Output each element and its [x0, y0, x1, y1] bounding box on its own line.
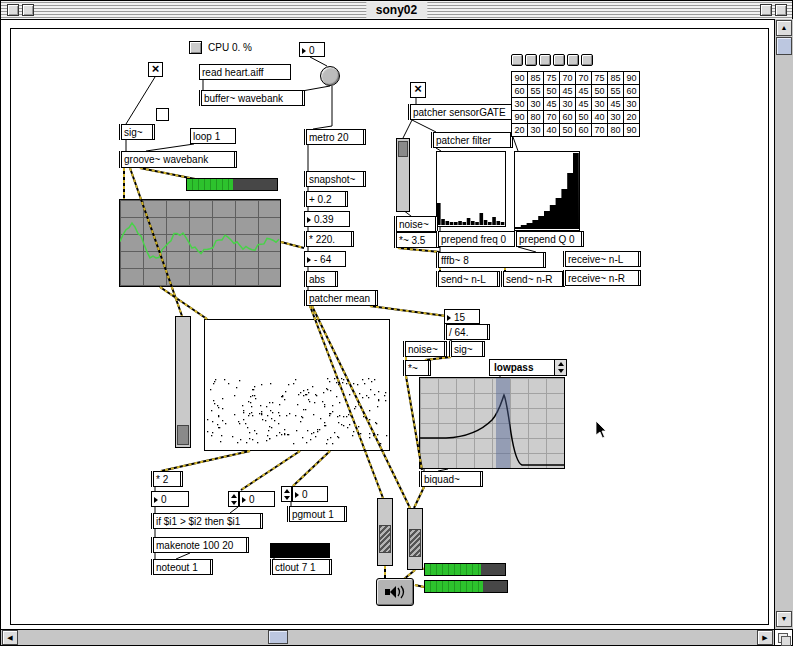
grid-cell[interactable]: 20 — [623, 111, 639, 123]
small-box[interactable] — [156, 108, 169, 121]
object-noise-center[interactable]: noise~ — [403, 341, 447, 357]
grid-cell[interactable]: 75 — [591, 72, 607, 84]
number-grid[interactable]: 9085757070758590605550454550556030304530… — [511, 71, 640, 137]
increment-icon[interactable] — [284, 489, 290, 493]
scroll-up-button[interactable]: ▲ — [776, 20, 792, 36]
decrement-icon[interactable] — [284, 496, 290, 500]
grid-cell[interactable]: 60 — [575, 124, 591, 136]
gain-slider-right-thumb[interactable] — [409, 529, 421, 557]
grid-cell[interactable]: 50 — [543, 85, 559, 97]
grid-cell[interactable]: 30 — [527, 98, 543, 110]
object-fffb[interactable]: fffb~ 8 — [436, 252, 546, 268]
object-receive-r[interactable]: receive~ n-R — [563, 270, 641, 286]
grid-cell[interactable]: 90 — [512, 72, 527, 84]
object-abs[interactable]: abs — [304, 271, 338, 287]
grid-cell[interactable]: 30 — [607, 111, 623, 123]
scroll-down-button[interactable]: ▼ — [776, 611, 792, 627]
object-mult220[interactable]: * 220. — [304, 231, 354, 247]
grid-cell[interactable]: 45 — [607, 98, 623, 110]
main-slider-thumb[interactable] — [177, 425, 189, 445]
object-noise-right[interactable]: noise~ — [394, 216, 438, 232]
titlebar-box[interactable] — [22, 4, 34, 16]
object-ifgate[interactable]: if $i1 > $i2 then $i1 — [151, 513, 263, 529]
preset-button[interactable] — [511, 54, 523, 66]
grid-cell[interactable]: 80 — [607, 124, 623, 136]
filter-band-highlight[interactable] — [496, 378, 510, 468]
numberbox-q[interactable]: 15 — [444, 309, 480, 324]
object-mult2[interactable]: * 2 — [151, 471, 183, 487]
grid-cell[interactable]: 70 — [543, 111, 559, 123]
grid-cell[interactable]: 45 — [575, 85, 591, 97]
object-send-l[interactable]: send~ n-L — [436, 271, 500, 287]
object-mult-sig[interactable]: *~ — [403, 360, 431, 376]
object-makenote[interactable]: makenote 100 20 — [151, 537, 249, 553]
grid-cell[interactable]: 80 — [527, 111, 543, 123]
object-snapshot[interactable]: snapshot~ — [304, 171, 366, 187]
object-receive-l[interactable]: receive~ n-L — [563, 251, 641, 267]
grid-cell[interactable]: 60 — [512, 85, 527, 97]
numberbox-a[interactable]: 0 — [151, 491, 189, 507]
object-plus[interactable]: + 0.2 — [304, 191, 348, 207]
object-patcher-filter[interactable]: patcher filter — [431, 132, 513, 148]
object-noteout[interactable]: noteout 1 — [151, 559, 213, 575]
bang-button[interactable] — [320, 66, 340, 86]
grid-cell[interactable]: 30 — [591, 98, 607, 110]
object-prepend-freq[interactable]: prepend freq 0 — [436, 231, 520, 247]
sensor-slider[interactable] — [396, 138, 410, 212]
grid-cell[interactable]: 30 — [512, 98, 527, 110]
numberbox-offset[interactable]: - 64 — [304, 251, 346, 267]
sensor-slider-thumb[interactable] — [398, 141, 408, 157]
grid-cell[interactable]: 30 — [527, 124, 543, 136]
grid-cell[interactable]: 70 — [575, 72, 591, 84]
scroll-right-button[interactable]: ▶ — [757, 630, 773, 645]
gain-slider-right[interactable] — [407, 508, 423, 570]
numberbox-b[interactable]: 0 — [239, 491, 275, 507]
cpu-toggle[interactable] — [189, 41, 202, 54]
grid-cell[interactable]: 30 — [559, 98, 575, 110]
grid-cell[interactable]: 45 — [575, 98, 591, 110]
grid-cell[interactable]: 70 — [559, 72, 575, 84]
horizontal-scroll-thumb[interactable] — [268, 630, 288, 644]
message-read-heart[interactable]: read heart.aiff — [199, 64, 291, 80]
message-loop[interactable]: loop 1 — [190, 128, 236, 144]
grid-cell[interactable]: 45 — [543, 98, 559, 110]
loop-range-bar[interactable] — [186, 178, 278, 191]
object-metro[interactable]: metro 20 — [304, 129, 366, 145]
object-pgmout[interactable]: pgmout 1 — [287, 506, 347, 522]
grid-cell[interactable]: 90 — [623, 124, 639, 136]
vertical-scroll-thumb[interactable] — [776, 37, 792, 55]
preset-button[interactable] — [539, 54, 551, 66]
grid-cell[interactable]: 70 — [591, 124, 607, 136]
grid-cell[interactable]: 75 — [543, 72, 559, 84]
object-send-r[interactable]: send~ n-R — [501, 271, 565, 287]
grid-cell[interactable]: 90 — [623, 72, 639, 84]
grid-cell[interactable]: 30 — [623, 98, 639, 110]
main-slider[interactable] — [175, 316, 191, 448]
histogram-display[interactable] — [436, 151, 506, 227]
grid-cell[interactable]: 40 — [543, 124, 559, 136]
object-sig-center[interactable]: sig~ — [449, 341, 485, 357]
increment-icon[interactable] — [231, 494, 237, 498]
grid-cell[interactable]: 60 — [623, 85, 639, 97]
filtergraph-display[interactable] — [419, 377, 565, 469]
decrement-icon[interactable] — [231, 501, 237, 505]
gain-slider-left[interactable] — [377, 498, 393, 566]
waveform-display[interactable] — [119, 199, 281, 287]
collapse-button[interactable] — [775, 4, 787, 16]
grid-cell[interactable]: 40 — [591, 111, 607, 123]
grid-cell[interactable]: 50 — [575, 111, 591, 123]
numberbox-c[interactable]: 0 — [292, 486, 328, 502]
object-buffer[interactable]: buffer~ wavebank — [199, 90, 305, 106]
preset-button[interactable] — [525, 54, 537, 66]
grid-cell[interactable]: 90 — [512, 111, 527, 123]
vertical-scrollbar[interactable] — [774, 19, 793, 629]
grid-cell[interactable]: 85 — [527, 72, 543, 84]
zoom-button[interactable] — [760, 4, 772, 16]
numberbox-top[interactable]: 0 — [299, 42, 325, 57]
grid-cell[interactable]: 50 — [591, 85, 607, 97]
grid-cell[interactable]: 55 — [607, 85, 623, 97]
toggle-main[interactable]: × — [148, 62, 163, 77]
preset-button[interactable] — [553, 54, 565, 66]
toggle-sensor[interactable]: × — [410, 82, 426, 98]
object-sig-main[interactable]: sig~ — [119, 124, 155, 140]
